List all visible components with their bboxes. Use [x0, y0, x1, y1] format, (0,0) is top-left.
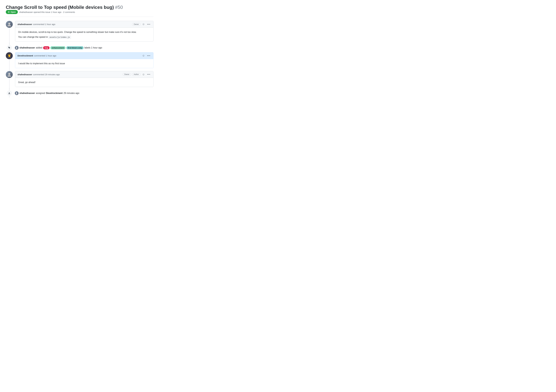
svg-point-5 [7, 75, 11, 76]
comment-header-right-2: ☺ ••• [142, 54, 151, 57]
assign-event-actor: shahednasser [19, 92, 35, 94]
more-button-2[interactable]: ••• [147, 54, 151, 57]
assign-event-content: shahednasser assigned Develrockment 29 m… [15, 91, 79, 95]
issue-title: Change Scroll to Top speed (Mobile devic… [6, 5, 154, 10]
connector-line-2 [9, 60, 9, 71]
open-badge: ⊙ Open [6, 10, 18, 14]
label-event-actor: shahednasser [19, 46, 35, 49]
label-first-timers-only[interactable]: first-timers-only [66, 46, 84, 49]
comment-author-2[interactable]: Develrockment [17, 54, 33, 57]
comment-text-2: I would like to implement this as my fir… [18, 62, 150, 65]
comment-header-2: Develrockment commented 1 hour ago ☺ ••• [15, 52, 153, 59]
mini-avatar-assign-event [15, 91, 19, 95]
comment-timestamp-3: commented 29 minutes ago [33, 73, 60, 76]
avatar-shahednasser-3 [6, 71, 13, 78]
open-label: Open [11, 11, 16, 13]
svg-point-3 [16, 48, 17, 49]
comment-header-3: shahednasser commented 29 minutes ago Ow… [15, 71, 153, 78]
meta-text: shahednasser opened this issue 1 hour ag… [19, 11, 75, 13]
label-event-spacer [6, 45, 13, 50]
issue-meta: ⊙ Open shahednasser opened this issue 1 … [6, 10, 154, 17]
comment-arrow-inner-2 [15, 54, 15, 57]
timeline-item-3: shahednasser commented 29 minutes ago Ow… [6, 71, 154, 87]
comment-box-3: shahednasser commented 29 minutes ago Ow… [15, 71, 154, 87]
assign-event-icon [7, 91, 12, 96]
svg-point-7 [16, 94, 17, 94]
issue-number: #50 [115, 5, 123, 10]
comment-header-1: shahednasser commented 1 hour ago Owner … [15, 21, 153, 28]
label-event: shahednasser added bug enhancement first… [6, 45, 154, 52]
comment-box-1: shahednasser commented 1 hour ago Owner … [15, 21, 154, 42]
svg-point-2 [16, 47, 17, 48]
comment-header-right-3: Owner Author ☺ ••• [123, 73, 151, 76]
owner-badge-1: Owner [132, 23, 140, 26]
avatar-develrockment: 🤘 DEVEL [6, 52, 13, 59]
comment-box-2: Develrockment commented 1 hour ago ☺ •••… [15, 52, 154, 68]
comment-text-1: On mobile devices, scroll-to-top is too … [18, 30, 150, 34]
label-event-suffix: labels 1 hour ago [85, 46, 102, 49]
comment-body-2: I would like to implement this as my fir… [15, 59, 153, 68]
comment-text-3: Great, go ahead! [18, 80, 150, 84]
emoji-button-1[interactable]: ☺ [142, 23, 145, 26]
comment-header-right-1: Owner ☺ ••• [132, 23, 151, 26]
comment-header-left-3: shahednasser commented 29 minutes ago [17, 73, 60, 76]
comment-arrow-1 [15, 23, 15, 25]
label-enhancement[interactable]: enhancement [50, 46, 65, 49]
connector-line-1 [9, 28, 9, 45]
label-event-action: added [36, 46, 42, 49]
comment-author-3[interactable]: shahednasser [17, 73, 32, 76]
svg-point-1 [7, 25, 11, 26]
owner-badge-3: Owner [123, 73, 131, 76]
label-event-content: shahednasser added bug enhancement first… [15, 46, 102, 50]
more-button-1[interactable]: ••• [147, 23, 151, 26]
assign-event-timestamp: 29 minutes ago [63, 92, 79, 94]
assign-event-assignee: Develrockment [46, 92, 63, 94]
comment-timestamp-2: commented 1 hour ago [34, 54, 56, 57]
more-button-3[interactable]: ••• [147, 73, 151, 76]
comment-timestamp-1: commented 1 hour ago [33, 23, 55, 25]
avatar-shahednasser-1 [6, 21, 13, 28]
comment-author-1[interactable]: shahednasser [17, 23, 32, 25]
svg-point-0 [8, 23, 10, 25]
timeline-item-1: shahednasser commented 1 hour ago Owner … [6, 21, 154, 42]
assign-event-spacer [6, 91, 13, 96]
issue-title-text: Change Scroll to Top speed (Mobile devic… [6, 5, 114, 10]
emoji-button-3[interactable]: ☺ [142, 73, 145, 76]
author-badge-3: Author [132, 73, 140, 76]
comment-body-1: On mobile devices, scroll-to-top is too … [15, 28, 153, 41]
label-event-icon [7, 45, 12, 50]
open-icon: ⊙ [8, 11, 10, 13]
comment-header-left-2: Develrockment commented 1 hour ago [17, 54, 56, 57]
assign-event: shahednasser assigned Develrockment 29 m… [6, 90, 154, 98]
emoji-button-2[interactable]: ☺ [142, 54, 145, 57]
comment-header-left-1: shahednasser commented 1 hour ago [17, 23, 55, 25]
assign-event-action: assigned [36, 92, 45, 94]
svg-point-4 [8, 73, 10, 75]
comment-body-3: Great, go ahead! [15, 78, 153, 87]
comment-code-1: assets/js/index.js [48, 36, 71, 39]
svg-point-6 [16, 92, 17, 93]
timeline: shahednasser commented 1 hour ago Owner … [6, 21, 154, 98]
comment-arrow-3 [15, 73, 15, 75]
label-bug[interactable]: bug [43, 46, 49, 49]
timeline-item-2: 🤘 DEVEL Develrockment commented 1 hour a… [6, 52, 154, 68]
comment-code-prefix-1: You can change the speed in [18, 36, 48, 38]
mini-avatar-label-event [15, 46, 19, 50]
